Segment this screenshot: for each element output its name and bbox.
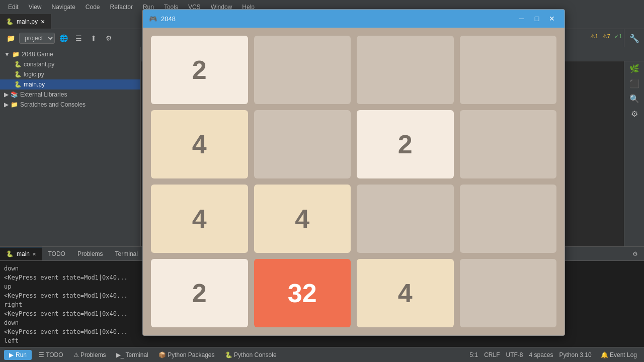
tab-main-py[interactable]: 🐍 main.py × (0, 14, 51, 29)
right-toolbar-stop[interactable]: ⬛ (627, 76, 641, 90)
tree-label: 2048 Game (22, 51, 53, 58)
status-problems-btn[interactable]: ⚠ Problems (70, 350, 109, 359)
right-toolbar-gradle[interactable]: 🔧 (627, 31, 641, 45)
status-left: ▶ Run ☰ TODO ⚠ Problems ▶_ Terminal 📦 Py… (4, 350, 280, 360)
tile-3-1: 32 (254, 259, 351, 327)
sidebar-tree: ▼ 📁 2048 Game 🐍 constant.py 🐍 logic.py 🐍… (0, 47, 140, 112)
toolbar-list-btn[interactable]: ☰ (72, 32, 85, 45)
terminal-line-9: left (4, 336, 640, 345)
tile-value-2-1: 4 (295, 204, 309, 234)
run-button[interactable]: ▶ Run (4, 350, 32, 360)
todo-icon: ☰ (39, 351, 44, 358)
status-crlf: CRLF (484, 351, 500, 358)
window-close-btn[interactable]: ✕ (545, 14, 558, 24)
todo-label: TODO (48, 250, 65, 257)
tree-label: Scratches and Consoles (20, 101, 86, 108)
tree-label: External Libraries (20, 91, 67, 98)
tab-close[interactable]: × (41, 18, 45, 26)
window-controls: ─ □ ✕ (515, 14, 558, 24)
tile-2-3 (460, 185, 557, 253)
tile-1-2: 2 (357, 110, 454, 178)
status-right: 5:1 CRLF UTF-8 4 spaces Python 3.10 🔔 Ev… (469, 350, 640, 359)
game-icon: 🎮 (149, 15, 157, 23)
folder-emoji: 📁 (12, 51, 20, 58)
terminal-label: Terminal (115, 250, 138, 257)
tile-0-1 (254, 36, 351, 104)
pyconsole-icon: 🐍 (225, 351, 232, 358)
sidebar-item-2048game[interactable]: ▼ 📁 2048 Game (0, 49, 140, 59)
terminal-tab-terminal[interactable]: Terminal (109, 247, 144, 260)
tile-value-1-2: 2 (398, 129, 413, 159)
window-titlebar: 🎮 2048 ─ □ ✕ (143, 10, 565, 28)
event-log-icon: 🔔 (601, 351, 608, 358)
status-event-log-btn[interactable]: 🔔 Event Log (598, 350, 640, 359)
status-packages-btn[interactable]: 📦 Python Packages (155, 350, 218, 359)
right-toolbar-search[interactable]: 🔍 (627, 92, 641, 106)
sidebar-item-external-libs[interactable]: ▶ 📚 External Libraries (0, 89, 140, 100)
sidebar-item-scratches[interactable]: ▶ 📁 Scratches and Consoles (0, 100, 140, 110)
right-toolbar-settings[interactable]: ⚙ (627, 107, 641, 121)
terminal-tab-main[interactable]: 🐍 main × (0, 247, 42, 260)
tile-value-0-0: 2 (192, 55, 207, 85)
menu-code[interactable]: Code (82, 2, 104, 12)
folder-emoji: 📚 (11, 91, 18, 98)
sidebar-item-constant[interactable]: 🐍 constant.py (0, 59, 140, 69)
status-bar: ▶ Run ☰ TODO ⚠ Problems ▶_ Terminal 📦 Py… (0, 347, 644, 362)
tile-value-3-0: 2 (192, 278, 207, 308)
tab-label-main: main (17, 250, 30, 257)
game-window: 🎮 2048 ─ □ ✕ 2 4 2 4 4 2 32 4 (142, 9, 565, 336)
status-todo-btn[interactable]: ☰ TODO (36, 350, 66, 359)
tile-0-2 (357, 36, 454, 104)
window-minimize-btn[interactable]: ─ (515, 14, 528, 24)
event-log-text: Event Log (610, 351, 637, 358)
folder-icon: ▶ (4, 91, 9, 98)
file-icon: 🐍 (14, 61, 22, 68)
window-maximize-btn[interactable]: □ (530, 14, 543, 24)
tree-label: constant.py (24, 61, 54, 68)
tab-icon: 🐍 (6, 18, 14, 25)
folder-icon: ▼ (4, 51, 10, 58)
status-terminal-btn[interactable]: ▶_ Terminal (113, 350, 151, 359)
toolbar-settings-btn[interactable]: ⚙ (102, 32, 115, 45)
window-title-area: 🎮 2048 (149, 15, 176, 23)
sidebar-item-logic[interactable]: 🐍 logic.py (0, 69, 140, 79)
tile-1-1 (254, 110, 351, 178)
project-selector[interactable]: project (19, 33, 55, 44)
tab-python-icon: 🐍 (6, 250, 14, 257)
packages-text: Python Packages (168, 351, 214, 358)
right-toolbar-git[interactable]: 🌿 (627, 61, 641, 75)
tile-value-2-0: 4 (192, 204, 207, 234)
tab-close-btn[interactable]: × (33, 251, 36, 257)
run-icon: ▶ (9, 351, 14, 358)
terminal-icon: ▶_ (116, 351, 124, 358)
file-icon: 🐍 (14, 81, 22, 88)
problems-text: Problems (80, 351, 106, 358)
status-python-version: Python 3.10 (559, 351, 592, 358)
pyconsole-text: Python Console (234, 351, 277, 358)
tile-2-2 (357, 185, 454, 253)
status-pyconsole-btn[interactable]: 🐍 Python Console (222, 350, 280, 359)
problems-icon: ⚠ (73, 351, 79, 358)
menu-view[interactable]: View (25, 2, 46, 12)
menu-navigate[interactable]: Navigate (47, 2, 79, 12)
tab-label: main.py (17, 18, 38, 25)
terminal-settings-btn[interactable]: ⚙ (630, 249, 640, 259)
status-position: 5:1 (469, 351, 478, 358)
tile-2-0: 4 (151, 185, 248, 253)
toolbar-collapse-btn[interactable]: ⬆ (87, 32, 100, 45)
sidebar-item-main[interactable]: 🐍 main.py (0, 79, 140, 89)
status-indent: 4 spaces (529, 351, 553, 358)
tile-value-3-2: 4 (398, 278, 413, 308)
warning-badge-2: ⚠7 (602, 33, 610, 40)
menu-refactor[interactable]: Refactor (106, 2, 137, 12)
run-label: Run (16, 351, 27, 358)
toolbar-navigate-btn[interactable]: 🌐 (57, 32, 70, 45)
folder-icon: ▶ (4, 101, 9, 108)
terminal-tab-problems[interactable]: Problems (71, 247, 109, 260)
toolbar-project-btn[interactable]: 📁 (4, 32, 17, 45)
menu-edit[interactable]: Edit (4, 2, 23, 12)
tree-label: logic.py (24, 71, 44, 78)
tile-value-1-0: 4 (192, 129, 207, 159)
terminal-tab-todo[interactable]: TODO (42, 247, 71, 260)
game-board: 2 4 2 4 4 2 32 4 (143, 28, 565, 335)
